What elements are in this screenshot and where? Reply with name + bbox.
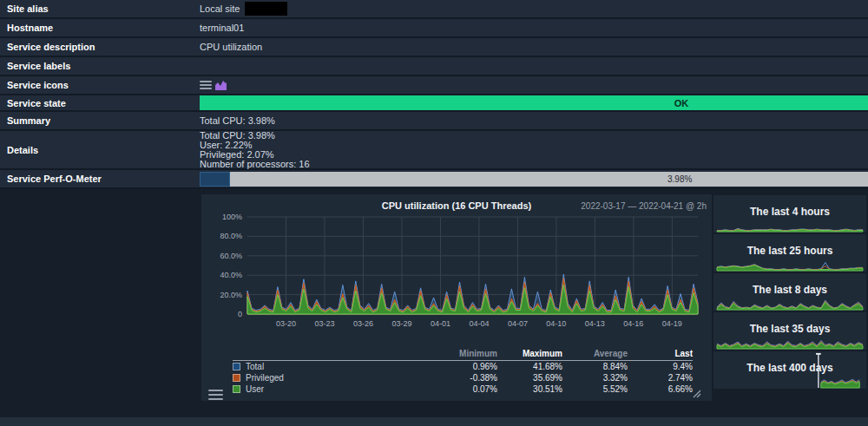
row-summary: Summary Total CPU: 3.98% [0,112,868,131]
row-site-alias: Site alias Local site [0,0,868,19]
redacted-site-name [245,2,287,16]
legend-row-user: User 0.07% 30.51% 5.52% 6.66% [233,383,693,395]
svg-text:60.0%: 60.0% [220,252,242,260]
svg-text:20.0%: 20.0% [220,291,242,299]
details-label: Details [0,131,200,168]
perfometer-label: Service Perf-O-Meter [0,170,200,187]
legend-row-privileged: Privileged -0.38% 35.69% 3.32% 2.74% [233,372,693,383]
user-swatch [233,385,240,393]
details-line: Number of processors: 16 [200,160,310,169]
row-service-labels: Service labels [0,57,868,76]
legend-value: 5.52% [562,384,628,394]
legend-row-total: Total 0.96% 41.68% 8.84% 9.4% [233,361,693,372]
row-perfometer: Service Perf-O-Meter 3.98% [0,170,868,189]
svg-text:40.0%: 40.0% [220,271,242,279]
legend-header-minimum: Minimum [432,349,497,358]
mini-chart-25h [715,254,865,272]
graph-resize-handle[interactable] [692,389,701,398]
details-line: Privileged: 2.07% [200,150,310,160]
service-graph-icon[interactable] [214,79,227,91]
legend-value: 41.68% [497,362,562,371]
perfometer-value: 3.98% [667,174,692,184]
legend-value: 30.51% [497,384,562,394]
legend-series-name: Privileged [246,373,284,383]
svg-text:04-04: 04-04 [469,319,489,328]
svg-text:04-07: 04-07 [508,319,528,328]
details-value: Total CPU: 3.98% User: 2.22% Privileged:… [200,129,310,171]
legend-body: Total 0.96% 41.68% 8.84% 9.4% Privileged… [233,360,693,395]
row-hostname: Hostname terminal01 [0,19,868,38]
mini-chart-400d [715,351,865,389]
time-range-previews: The last 4 hours The last 25 hours The l… [713,195,866,390]
legend-value: 3.32% [562,373,628,383]
legend-value: 35.69% [497,373,562,383]
hostname-label: Hostname [0,19,200,36]
mini-chart-35d [715,332,865,350]
preview-last-400-days[interactable]: The last 400 days [713,351,866,389]
preview-last-4-hours[interactable]: The last 4 hours [713,195,866,233]
graph-date-range: 2022-03-17 — 2022-04-21 @ 2h [581,201,707,211]
svg-text:04-13: 04-13 [585,319,605,328]
legend-value: -0.38% [432,373,497,383]
total-swatch [233,363,240,370]
site-alias-label: Site alias [0,0,200,17]
svg-text:03-26: 03-26 [353,319,373,328]
service-icons-label: Service icons [0,76,200,94]
service-state-bar: OK [200,95,868,110]
service-description-label: Service description [0,38,200,56]
legend-header-row: Minimum Maximum Average Last [233,347,693,360]
service-state-label: Service state [0,95,200,110]
row-service-state: Service state OK [0,95,868,112]
perfometer-bar[interactable]: 3.98% [200,172,868,187]
details-line: User: 2.22% [200,141,310,150]
legend-value: 8.84% [562,362,628,371]
legend-value: 2.74% [628,373,693,383]
menu-icon[interactable] [200,81,212,89]
svg-text:03-20: 03-20 [276,319,296,328]
legend-series-name: Total [246,362,264,371]
row-details: Details Total CPU: 3.98% User: 2.22% Pri… [0,131,868,170]
svg-text:100%: 100% [222,213,242,221]
legend-value: 9.4% [628,362,693,371]
hostname-value: terminal01 [200,19,868,36]
svg-text:03-29: 03-29 [391,319,411,328]
mini-chart-4h [715,215,865,233]
service-state-badge: OK [674,98,689,108]
service-description-value: CPU utilization [200,38,868,56]
preview-last-35-days[interactable]: The last 35 days [713,312,866,350]
svg-text:03-23: 03-23 [314,319,334,328]
bottom-strip [0,417,868,426]
preview-last-25-hours[interactable]: The last 25 hours [713,234,866,272]
svg-text:80.0%: 80.0% [220,232,242,240]
graph-menu-button[interactable] [208,379,223,400]
service-labels-value [200,57,868,75]
privileged-swatch [233,374,240,382]
preview-last-8-days[interactable]: The last 8 days [713,273,866,311]
service-detail-page: Site alias Local site Hostname terminal0… [0,0,868,426]
svg-text:0: 0 [238,310,242,318]
graph-legend: Minimum Maximum Average Last Total 0.96%… [233,347,693,395]
legend-header-average: Average [562,349,628,358]
svg-text:04-19: 04-19 [662,319,682,328]
perfometer-fill [200,172,230,187]
cpu-graph-panel: 100%80.0%60.0%40.0%20.0%003-2003-2303-26… [201,194,712,401]
site-alias-value: Local site [200,3,240,14]
mini-chart-8d [715,293,865,311]
svg-text:04-16: 04-16 [623,319,643,328]
legend-series-name: User [246,384,264,394]
service-labels-label: Service labels [0,57,200,75]
summary-label: Summary [0,112,200,129]
legend-header-maximum: Maximum [497,349,562,358]
row-service-icons: Service icons [0,76,868,95]
legend-value: 0.07% [432,384,497,394]
svg-text:04-01: 04-01 [431,319,450,328]
legend-value: 0.96% [432,362,497,371]
svg-text:04-10: 04-10 [546,319,566,328]
service-info-table: Site alias Local site Hostname terminal0… [0,0,868,189]
legend-header-last: Last [628,349,693,358]
legend-value: 6.66% [628,384,693,394]
row-service-description: Service description CPU utilization [0,38,868,57]
summary-value: Total CPU: 3.98% [200,112,868,129]
details-line: Total CPU: 3.98% [200,131,310,141]
